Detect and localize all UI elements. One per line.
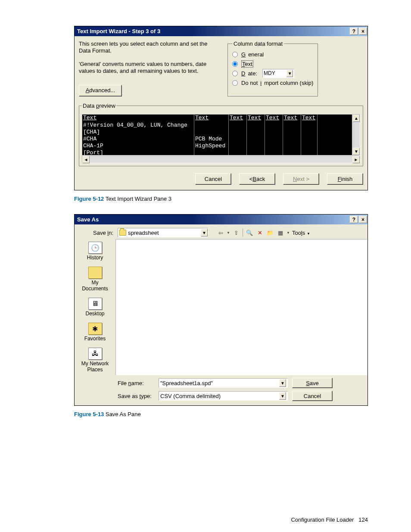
date-format-select[interactable]: MDY▼ (262, 69, 294, 78)
search-icon[interactable]: 🔍 (245, 228, 254, 237)
filename-input[interactable]: "Spreadsheet1a.spd"▼ (159, 378, 288, 388)
radio-general[interactable]: General (232, 50, 313, 59)
desc-line-2: 'General' converts numeric values to num… (79, 61, 215, 75)
dialog-title: Text Import Wizard - Step 3 of 3 (77, 28, 160, 34)
desktop-icon: 🖥 (88, 298, 102, 310)
close-icon[interactable]: × (359, 216, 367, 223)
col-header: Text (247, 115, 265, 122)
back-button[interactable]: < Back (239, 173, 275, 185)
titlebar: Text Import Wizard - Step 3 of 3 ? × (75, 26, 367, 36)
titlebar: Save As ? × (75, 215, 367, 224)
filename-label: File name: (118, 380, 154, 386)
preview-grid: Text #!Version 04_00_00, LUN, Change [CH… (82, 114, 352, 156)
delete-icon[interactable]: ✕ (255, 228, 265, 237)
text-import-wizard-dialog: Text Import Wizard - Step 3 of 3 ? × Thi… (74, 26, 368, 190)
history-icon: 🕒 (88, 242, 102, 254)
favorites-icon: ✱ (88, 323, 102, 335)
radio-skip-input[interactable] (232, 80, 238, 86)
radio-general-input[interactable] (232, 52, 238, 57)
help-icon[interactable]: ? (350, 216, 358, 223)
tools-menu[interactable]: Tools ▼ (292, 230, 310, 236)
cancel-button[interactable]: Cancel (292, 391, 333, 401)
up-folder-icon[interactable]: ⇧ (231, 228, 241, 237)
radio-text-input[interactable] (232, 61, 238, 67)
help-icon[interactable]: ? (350, 28, 358, 35)
scroll-right-icon[interactable]: ► (352, 156, 360, 163)
folder-icon (119, 230, 126, 236)
figure-caption-1: Figure 5-12 Text Import Wizard Pane 3 (74, 196, 368, 202)
column-data-format-group: Column data format General Text Date: MD… (227, 40, 318, 96)
col-header: Text (283, 115, 301, 122)
places-bar: 🕒History My Documents 🖥Desktop ✱Favorite… (75, 239, 115, 375)
scroll-down-icon[interactable]: ▼ (353, 148, 360, 155)
dropdown-arrow-icon[interactable]: ▼ (226, 228, 230, 237)
save-as-type-select[interactable]: CSV (Comma delimited)▼ (159, 391, 288, 401)
cancel-button[interactable]: Cancel (195, 173, 231, 185)
horizontal-scrollbar[interactable]: ◄ ► (82, 156, 360, 163)
views-icon[interactable]: ▦ (276, 228, 285, 237)
dialog-title: Save As (77, 216, 99, 223)
col-header: Text (265, 115, 283, 122)
place-network[interactable]: 🖧My Network Places (78, 348, 112, 373)
figure-caption-2: Figure 5-13 Save As Pane (74, 411, 368, 417)
save-as-dialog: Save As ? × Save in: spreadsheet ▼ ⇦ ▼ ⇧… (74, 214, 368, 406)
chevron-down-icon[interactable]: ▼ (279, 379, 286, 387)
new-folder-icon[interactable]: 📁 (265, 228, 275, 237)
save-button[interactable]: Save (292, 378, 333, 388)
place-favorites[interactable]: ✱Favorites (78, 323, 112, 342)
radio-text[interactable]: Text (232, 59, 313, 68)
place-my-documents[interactable]: My Documents (78, 267, 112, 292)
advanced-button[interactable]: AAdvanced...dvanced... (79, 85, 122, 96)
col-header: Text (194, 115, 228, 122)
folder-icon (88, 267, 102, 279)
next-button[interactable]: Next > (283, 173, 319, 185)
scroll-up-icon[interactable]: ▲ (353, 115, 360, 122)
place-history[interactable]: 🕒History (78, 242, 112, 261)
radio-date[interactable]: Date: MDY▼ (232, 68, 313, 78)
format-legend: Column data format (232, 40, 284, 47)
page-footer: Configuration File Loader 124 (74, 516, 368, 523)
col-header: Text (82, 115, 194, 122)
chevron-down-icon[interactable]: ▼ (279, 392, 286, 400)
toolbar-icons: ⇦ ▼ ⇧ 🔍 ✕ 📁 ▦ ▼ Tools ▼ (216, 228, 310, 237)
chevron-down-icon[interactable]: ▼ (201, 229, 208, 236)
file-list-area[interactable] (115, 239, 367, 375)
col-header: Text (301, 115, 317, 122)
description: This screen lets you select each column … (79, 40, 215, 96)
col-header: Text (229, 115, 246, 122)
place-desktop[interactable]: 🖥Desktop (78, 298, 112, 317)
radio-skip[interactable]: Do not import column (skip) (232, 78, 313, 87)
dropdown-arrow-icon[interactable]: ▼ (286, 228, 290, 237)
radio-date-input[interactable] (232, 71, 238, 76)
desc-line-1: This screen lets you select each column … (79, 40, 215, 55)
back-arrow-icon[interactable]: ⇦ (216, 228, 225, 237)
data-preview-group: Data preview Text #!Version 04_00_00, LU… (79, 103, 363, 166)
saveastype-label: Save as type: (118, 393, 154, 399)
save-in-label: Save in: (79, 230, 113, 236)
preview-legend: Data preview (82, 103, 116, 109)
save-in-select[interactable]: spreadsheet ▼ (118, 228, 208, 237)
chevron-down-icon[interactable]: ▼ (286, 70, 293, 77)
close-icon[interactable]: × (359, 28, 367, 35)
vertical-scrollbar[interactable]: ▲ ▼ (352, 114, 360, 156)
finish-button[interactable]: Finish (327, 173, 363, 185)
network-icon: 🖧 (88, 348, 102, 360)
scroll-left-icon[interactable]: ◄ (82, 156, 90, 163)
